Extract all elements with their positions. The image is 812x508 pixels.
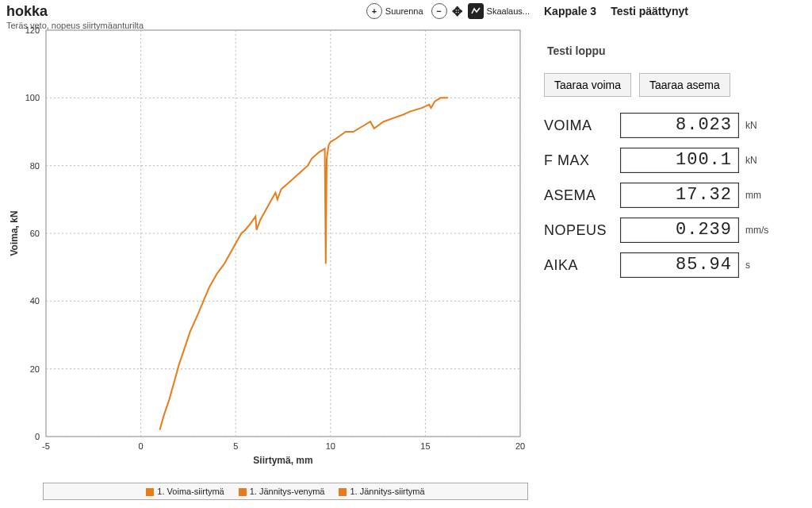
readout-value: 0.239	[620, 217, 739, 243]
legend-swatch	[339, 488, 347, 496]
readout-unit: mm	[745, 190, 774, 201]
readout-label: AIKA	[544, 257, 614, 274]
svg-text:0: 0	[35, 432, 40, 441]
readout-unit: mm/s	[745, 225, 774, 236]
svg-text:15: 15	[420, 441, 430, 451]
legend-item[interactable]: 1. Voima-siirtymä	[146, 487, 224, 496]
svg-text:5: 5	[233, 441, 238, 451]
readout-unit: s	[745, 260, 774, 271]
svg-rect-0	[46, 30, 520, 437]
readout-row-aika: AIKA 85.94 s	[534, 248, 812, 283]
svg-text:120: 120	[25, 25, 40, 35]
svg-text:100: 100	[25, 93, 40, 102]
readout-label: F MAX	[544, 152, 614, 169]
zoom-in-icon[interactable]: +	[366, 3, 382, 19]
readout-row-fmax: F MAX 100.1 kN	[534, 143, 812, 178]
legend-item[interactable]: 1. Jännitys-siirtymä	[339, 487, 424, 496]
scale-label: Skaalaus...	[487, 6, 530, 16]
svg-text:20: 20	[30, 364, 40, 374]
legend-swatch	[239, 488, 247, 496]
test-state-label: Testi päättynyt	[611, 5, 688, 17]
pan-icon[interactable]: ✥	[450, 4, 465, 18]
chart-plot[interactable]: 020406080100120-505101520Siirtymä, mmVoi…	[6, 24, 528, 468]
chart-panel: hokka Teräs veto, nopeus siirtymäanturil…	[0, 0, 534, 508]
svg-text:60: 60	[30, 229, 40, 238]
readout-label: ASEMA	[544, 187, 614, 204]
chart-legend: 1. Voima-siirtymä 1. Jännitys-venymä 1. …	[43, 483, 528, 500]
scale-icon[interactable]	[468, 3, 484, 19]
readout-unit: kN	[745, 155, 774, 166]
readout-value: 8.023	[620, 113, 739, 138]
readout-header: Kappale 3 Testi päättynyt	[534, 0, 812, 22]
readout-row-nopeus: NOPEUS 0.239 mm/s	[534, 213, 812, 248]
zoom-out-icon[interactable]: −	[431, 3, 447, 19]
legend-swatch	[146, 488, 154, 496]
svg-text:80: 80	[30, 161, 40, 171]
legend-item[interactable]: 1. Jännitys-venymä	[239, 487, 325, 496]
readout-label: NOPEUS	[544, 222, 614, 239]
svg-text:0: 0	[139, 441, 144, 451]
readout-row-voima: VOIMA 8.023 kN	[534, 108, 812, 143]
svg-text:20: 20	[515, 441, 525, 451]
svg-text:40: 40	[30, 296, 40, 306]
specimen-label: Kappale 3	[544, 5, 596, 17]
svg-text:10: 10	[326, 441, 335, 451]
status-text: Testi loppu	[534, 22, 812, 73]
readout-label: VOIMA	[544, 117, 614, 134]
readout-unit: kN	[745, 120, 774, 131]
readout-value: 17.32	[620, 183, 739, 208]
svg-text:Siirtymä, mm: Siirtymä, mm	[253, 455, 312, 466]
readout-value: 100.1	[620, 148, 739, 173]
tare-force-button[interactable]: Taaraa voima	[544, 73, 631, 97]
chart-toolbar: + Suurenna − ✥ Skaalaus...	[366, 3, 534, 19]
readout-panel: Kappale 3 Testi päättynyt Testi loppu Ta…	[534, 0, 812, 508]
svg-text:-5: -5	[42, 441, 50, 451]
zoom-in-label: Suurenna	[385, 6, 423, 16]
readout-value: 85.94	[620, 252, 739, 278]
tare-position-button[interactable]: Taaraa asema	[639, 73, 730, 97]
chart-title: hokka	[6, 3, 48, 20]
svg-text:Voima, kN: Voima, kN	[9, 210, 20, 256]
readout-row-asema: ASEMA 17.32 mm	[534, 178, 812, 213]
